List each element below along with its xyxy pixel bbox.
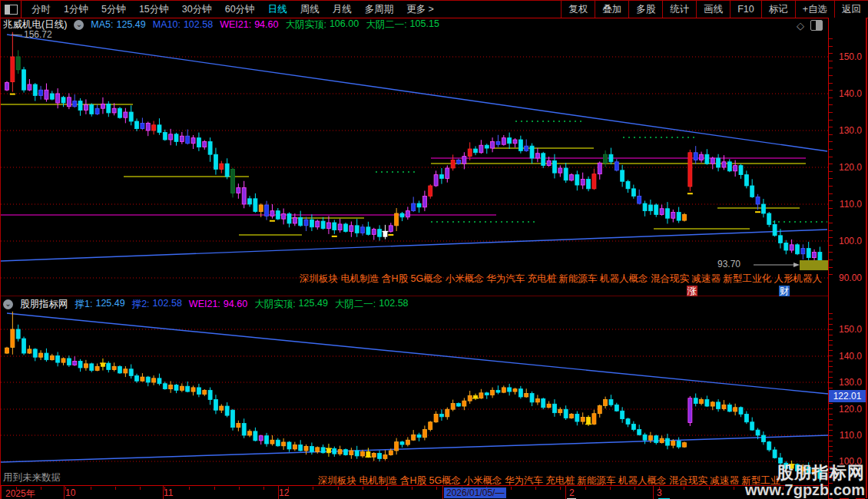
- axis-tick: [829, 329, 833, 330]
- price-axis[interactable]: 150.0140.0130.0120.0110.0100.090.00150.0…: [828, 18, 867, 498]
- axis-tick: [829, 237, 833, 238]
- finance-badge[interactable]: 财: [779, 286, 790, 296]
- axis-tick: [829, 388, 833, 388]
- chevron-down-icon[interactable]: ⌄: [3, 299, 13, 309]
- menu-item-weekly[interactable]: 周线: [300, 3, 320, 16]
- axis-price-label: 110.0: [840, 199, 862, 210]
- menu-item-back[interactable]: 返回: [834, 1, 868, 18]
- axis-tick: [829, 230, 833, 231]
- axis-price-label: 140.0: [839, 351, 862, 362]
- axis-tick: [829, 335, 833, 335]
- axis-price-label: 120.0: [839, 404, 862, 415]
- menu-item-30min[interactable]: 30分钟: [182, 3, 212, 16]
- rise-badge[interactable]: 涨: [687, 286, 697, 296]
- axis-tick: [829, 68, 833, 68]
- ma5-label: MA5:: [91, 19, 113, 30]
- watermark-name: 股朋指标网: [745, 464, 865, 481]
- indicator-title: 股朋指标网: [20, 298, 68, 311]
- wei21-value: 94.60: [254, 19, 278, 30]
- axis-tick: [829, 208, 833, 209]
- axis-price-label: 150.0: [839, 324, 862, 335]
- candles-series: [5, 312, 822, 482]
- axis-tick: [829, 456, 833, 457]
- date-label: 3: [657, 487, 662, 498]
- menu-item-more[interactable]: 更多 >: [406, 3, 434, 16]
- dayin21-value: 102.58: [379, 298, 408, 311]
- axis-tick: [829, 252, 833, 253]
- dayin-top-label: 大阴实顶:: [254, 298, 295, 311]
- menu-item-add-watchlist[interactable]: +自选: [795, 1, 834, 18]
- diamond-icon[interactable]: ◇: [797, 21, 804, 31]
- axis-price-label: 130.0: [839, 125, 862, 136]
- axis-tick: [829, 408, 833, 409]
- month-separator: [64, 486, 65, 499]
- stock-title: 兆威机电(日线): [3, 18, 67, 31]
- date-tick: [189, 487, 190, 490]
- date-tick: [436, 487, 437, 490]
- axis-tick: [829, 171, 833, 172]
- menu-item-drawline[interactable]: 画线: [696, 1, 730, 18]
- menu-item-fuquan[interactable]: 复权: [561, 1, 595, 18]
- future-data-note: 用到未来数据: [3, 471, 61, 484]
- axis-tick: [829, 193, 833, 194]
- trendline-price-marker: 122.01: [829, 390, 866, 402]
- last-price-bar: [800, 260, 828, 270]
- date-tick: [412, 487, 412, 490]
- period-menu: 分时 1分钟 5分钟 15分钟 30分钟 60分钟 日线 周线 月线 多周期 更…: [31, 1, 434, 18]
- candles-series: [5, 32, 822, 269]
- axis-tick: [829, 112, 833, 113]
- month-separator: [1, 486, 2, 499]
- menu-item-15min[interactable]: 15分钟: [139, 3, 169, 16]
- dayin-top-label: 大阴实顶:: [285, 18, 326, 31]
- tool-menu: 复权 叠加 多股 统计 画线 F10 标记 +自选 返回: [561, 1, 868, 18]
- menu-item-overlay[interactable]: 叠加: [595, 1, 628, 18]
- axis-tick: [829, 259, 833, 260]
- menu-item-f10[interactable]: F10: [730, 1, 761, 18]
- date-label: 12: [279, 487, 289, 498]
- dayin-top-value: 125.49: [299, 298, 328, 311]
- axis-tick: [829, 377, 833, 378]
- axis-tick: [829, 104, 833, 105]
- axis-tick: [829, 319, 833, 319]
- menu-item-monthly[interactable]: 月线: [333, 3, 352, 16]
- main-candlestick-chart[interactable]: [1, 31, 828, 286]
- date-axis[interactable]: 2025年1011122026/01/05/—23: [1, 485, 828, 499]
- pane-layout-icon[interactable]: [810, 20, 823, 31]
- menu-item-5min[interactable]: 5分钟: [101, 3, 126, 16]
- date-tick: [634, 487, 635, 490]
- menu-item-mark[interactable]: 标记: [761, 1, 795, 18]
- axis-tick: [829, 83, 833, 84]
- axis-price-label: 120.0: [839, 162, 862, 173]
- window-layout-button[interactable]: [1, 1, 22, 18]
- axis-tick: [829, 446, 833, 447]
- trading-terminal-window: 分时 1分钟 5分钟 15分钟 30分钟 60分钟 日线 周线 月线 多周期 更…: [0, 0, 868, 499]
- pane-divider[interactable]: [1, 296, 828, 296]
- axis-tick: [829, 178, 833, 179]
- axis-tick: [829, 149, 833, 150]
- gridlines: [1, 329, 828, 461]
- indicator-pane-header: ⌄ 股朋指标网 撑1:125.49 撑2:102.58 WEI21:94.60 …: [3, 297, 409, 311]
- axis-tick: [829, 430, 833, 431]
- axis-tick: [829, 141, 833, 142]
- menu-item-stats[interactable]: 统计: [662, 1, 696, 18]
- menu-item-daily-active[interactable]: 日线: [268, 3, 287, 16]
- selected-date-label: 2026/01/05/—: [444, 487, 506, 498]
- axis-price-label: 100.0: [839, 236, 862, 246]
- axis-tick: [829, 425, 833, 425]
- menu-item-1min[interactable]: 1分钟: [64, 3, 88, 16]
- chevron-down-icon[interactable]: ⌄: [74, 20, 84, 30]
- main-chart-header: 兆威机电(日线) ⌄ MA5:125.49 MA10:102.58 WEI21:…: [3, 18, 439, 31]
- axis-tick: [829, 120, 833, 121]
- menu-item-60min[interactable]: 60分钟: [225, 3, 255, 16]
- menu-item-multistock[interactable]: 多股: [628, 1, 662, 18]
- indicator-candlestick-chart[interactable]: [1, 310, 828, 485]
- menu-item-fenshi[interactable]: 分时: [31, 3, 51, 16]
- site-watermark: 股朋指标网 www.7gpzb.com: [745, 464, 865, 498]
- date-tick: [239, 487, 240, 490]
- menu-item-multiperiod[interactable]: 多周期: [365, 3, 394, 16]
- axis-tick: [829, 340, 833, 341]
- axis-tick: [829, 366, 833, 367]
- axis-tick: [829, 38, 833, 39]
- month-separator: [653, 486, 654, 499]
- date-tick: [91, 487, 91, 490]
